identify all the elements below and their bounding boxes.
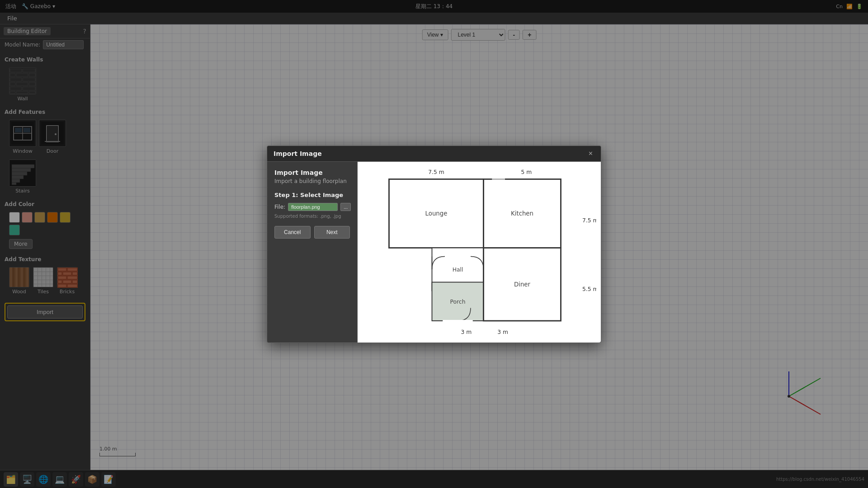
import-image-dialog: Import Image × Import Image Import a bui… [267, 145, 601, 343]
file-row: File: ... [274, 203, 350, 211]
svg-text:Diner: Diner [514, 281, 531, 288]
svg-text:7.5 m: 7.5 m [582, 217, 596, 223]
floorplan-preview: 7.5 m 5 m 7.5 m 5.5 m 3 m 3 m Lounge [362, 166, 596, 338]
svg-text:Kitchen: Kitchen [511, 210, 533, 217]
file-browse-button[interactable]: ... [340, 203, 351, 211]
modal-left-panel: Import Image Import a building floorplan… [267, 162, 358, 343]
svg-text:5.5 m: 5.5 m [582, 286, 596, 292]
svg-text:5 m: 5 m [521, 169, 532, 175]
modal-btn-row: Cancel Next [274, 226, 350, 239]
svg-text:3 m: 3 m [461, 328, 472, 335]
svg-text:3 m: 3 m [497, 328, 508, 335]
modal-body: Import Image Import a building floorplan… [267, 162, 601, 343]
modal-overlay: Import Image × Import Image Import a bui… [0, 0, 868, 488]
modal-title: Import Image [274, 150, 322, 157]
svg-text:Hall: Hall [453, 266, 463, 272]
svg-text:7.5 m: 7.5 m [428, 169, 444, 175]
step-label: Step 1: Select Image [274, 192, 350, 198]
import-heading: Import Image [274, 169, 350, 176]
svg-text:Porch: Porch [450, 299, 466, 305]
file-label: File: [274, 204, 285, 210]
svg-text:Lounge: Lounge [425, 210, 448, 217]
modal-header: Import Image × [267, 146, 601, 162]
cancel-button[interactable]: Cancel [274, 226, 311, 239]
import-desc: Import a building floorplan [274, 178, 350, 184]
supported-formats: Supported formats: .png, .jpg [274, 214, 350, 219]
modal-right-panel: 7.5 m 5 m 7.5 m 5.5 m 3 m 3 m Lounge [358, 162, 601, 343]
modal-close-button[interactable]: × [587, 150, 594, 158]
next-button[interactable]: Next [314, 226, 350, 239]
file-input[interactable] [288, 203, 338, 211]
